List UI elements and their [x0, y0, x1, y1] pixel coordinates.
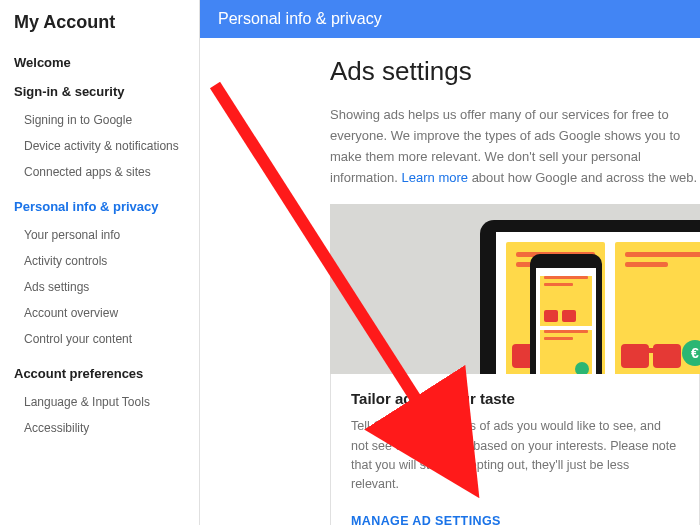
sidebar-item-account-overview[interactable]: Account overview — [14, 300, 185, 326]
sidebar-item-control-content[interactable]: Control your content — [14, 326, 185, 352]
sidebar-item-language[interactable]: Language & Input Tools — [14, 389, 185, 415]
sidebar-item-device-activity[interactable]: Device activity & notifications — [14, 133, 185, 159]
card-title: Tailor ads to your taste — [351, 390, 679, 407]
sidebar-heading-signin[interactable]: Sign-in & security — [14, 84, 185, 99]
phone-graphic — [530, 254, 602, 374]
manage-ad-settings-link[interactable]: MANAGE AD SETTINGS — [351, 514, 501, 525]
page-title: Ads settings — [330, 56, 700, 87]
app-root: My Account Welcome Sign-in & security Si… — [0, 0, 700, 525]
desc-post: about how Google and across the web. — [468, 170, 697, 185]
sunglasses-icon — [621, 340, 691, 370]
sidebar-item-ads-settings[interactable]: Ads settings — [14, 274, 185, 300]
ads-illustration: € — [330, 204, 700, 374]
sidebar-item-signing-in[interactable]: Signing in to Google — [14, 107, 185, 133]
sidebar-item-personal-info[interactable]: Your personal info — [14, 222, 185, 248]
sidebar-item-connected-apps[interactable]: Connected apps & sites — [14, 159, 185, 185]
page-description: Showing ads helps us offer many of our s… — [330, 105, 700, 188]
tailor-ads-card: Tailor ads to your taste Tell Google wha… — [330, 374, 700, 525]
page-header: Personal info & privacy — [200, 0, 700, 38]
sidebar: My Account Welcome Sign-in & security Si… — [0, 0, 200, 525]
euro-badge-icon — [575, 362, 589, 374]
sidebar-welcome[interactable]: Welcome — [14, 55, 185, 70]
ads-card: € — [330, 204, 700, 525]
sidebar-item-activity-controls[interactable]: Activity controls — [14, 248, 185, 274]
card-body: Tell Google what kinds of ads you would … — [351, 417, 679, 495]
sidebar-heading-privacy[interactable]: Personal info & privacy — [14, 199, 185, 214]
sidebar-title: My Account — [14, 12, 185, 33]
page-header-title: Personal info & privacy — [218, 10, 382, 28]
sidebar-heading-prefs[interactable]: Account preferences — [14, 366, 185, 381]
main: Personal info & privacy Ads settings Sho… — [200, 0, 700, 525]
learn-more-link[interactable]: Learn more — [402, 170, 468, 185]
content: Ads settings Showing ads helps us offer … — [200, 38, 700, 525]
sidebar-item-accessibility[interactable]: Accessibility — [14, 415, 185, 441]
